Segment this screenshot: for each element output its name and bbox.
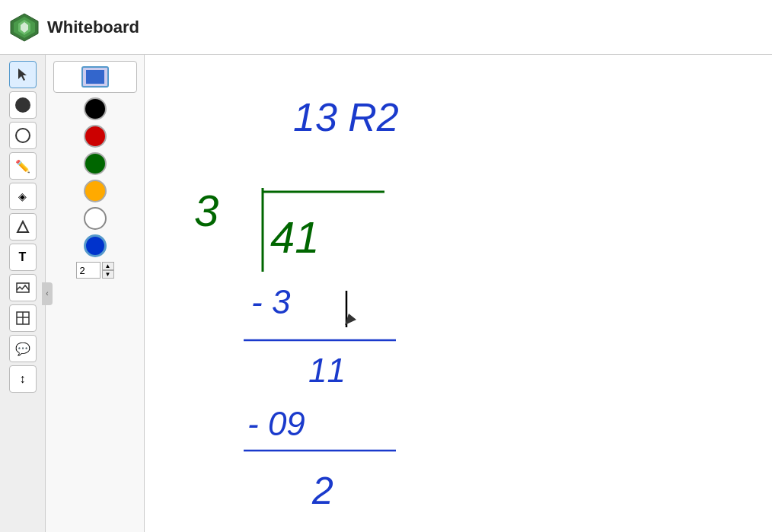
whiteboard-svg: 13 R2 3 41 - 3 11 - 09: [145, 55, 772, 532]
comment-tool-button[interactable]: 💬: [9, 335, 37, 362]
main-layout: ✏️ ◈ T 💬 ↕ ‹: [0, 55, 772, 532]
text-tool-button[interactable]: T: [9, 244, 37, 271]
color-yellow-button[interactable]: [84, 180, 107, 202]
arrows-tool-button[interactable]: ↕: [9, 365, 37, 393]
svg-rect-10: [87, 71, 104, 83]
stroke-width-input[interactable]: 2: [76, 262, 100, 279]
left-toolbar: ✏️ ◈ T 💬 ↕ ‹: [0, 55, 46, 532]
shape-selection-panel: [53, 61, 137, 93]
final-remainder-label: 2: [311, 470, 333, 512]
stroke-width-decrement-button[interactable]: ▼: [102, 270, 114, 279]
table-tool-button[interactable]: [9, 304, 37, 332]
circle-outline-tool-button[interactable]: [9, 122, 37, 149]
collapse-handle[interactable]: ‹: [42, 282, 53, 305]
pencil-tool-button[interactable]: ✏️: [9, 152, 37, 180]
image-tool-button[interactable]: [9, 274, 37, 301]
color-red-button[interactable]: [84, 125, 107, 148]
shapes-tool-button[interactable]: [9, 213, 37, 241]
svg-marker-5: [18, 221, 28, 232]
select-tool-button[interactable]: [9, 61, 37, 88]
second-subtraction-label: - 09: [247, 405, 305, 442]
color-green-button[interactable]: [84, 152, 107, 175]
first-remainder-label: 11: [308, 352, 346, 389]
answer-label: 13 R2: [293, 95, 399, 139]
stroke-width-increment-button[interactable]: ▲: [102, 262, 114, 270]
whiteboard-canvas[interactable]: 13 R2 3 41 - 3 11 - 09: [145, 55, 772, 532]
divisor-label: 3: [194, 186, 219, 235]
fill-tool-button[interactable]: [9, 91, 37, 119]
titlebar: Whiteboard: [0, 0, 772, 55]
app-logo-icon: [9, 12, 40, 43]
rectangle-shape-button[interactable]: [81, 66, 109, 88]
dividend-label: 41: [270, 212, 320, 262]
stroke-width-stepper: 2 ▲ ▼: [76, 262, 114, 279]
color-black-button[interactable]: [84, 97, 107, 120]
eraser-tool-button[interactable]: ◈: [9, 183, 37, 210]
svg-marker-4: [18, 68, 27, 81]
tool-panel: 2 ▲ ▼: [46, 55, 145, 532]
app-title: Whiteboard: [47, 18, 139, 37]
color-white-button[interactable]: [84, 207, 107, 230]
first-subtraction-label: - 3: [251, 283, 291, 320]
color-blue-button[interactable]: [84, 234, 107, 257]
